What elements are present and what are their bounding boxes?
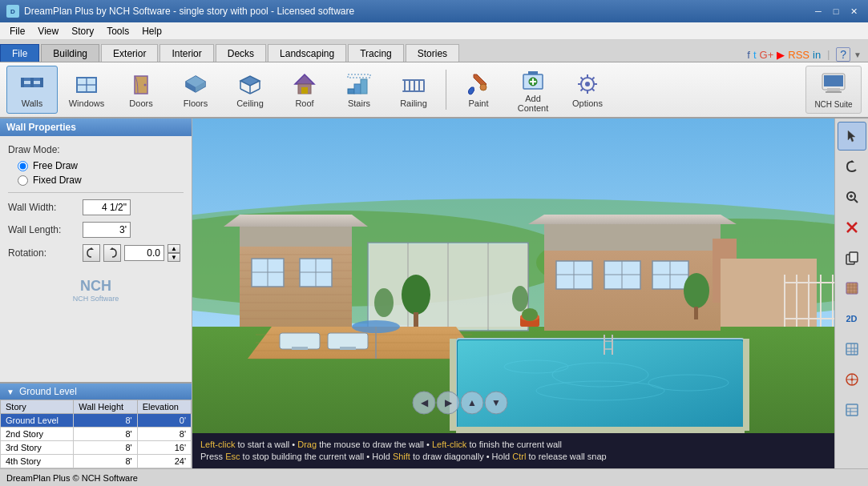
tab-exterior[interactable]: Exterior [101,44,158,62]
2d-view-button[interactable]: 2D [838,304,866,333]
rss-icon[interactable]: RSS [788,49,809,61]
tab-landscaping[interactable]: Landscaping [268,44,346,62]
wall-properties-header: Wall Properties [0,118,192,136]
rotate-view-button[interactable] [838,152,866,181]
svg-rect-164 [846,404,858,416]
story-table-row[interactable]: 2nd Story 8' 8' [1,428,192,441]
facebook-icon[interactable]: f [747,49,750,61]
tool-floors[interactable]: Floors [170,66,221,114]
wall-height-cell: 8' [74,428,137,441]
menu-bar: File View Story Tools Help [0,22,868,40]
twitter-icon[interactable]: t [753,49,757,61]
rotate-ccw-button[interactable] [83,244,100,262]
ceiling-icon [237,71,263,97]
tab-stories[interactable]: Stories [406,44,459,62]
svg-rect-27 [409,81,410,90]
toolbar-separator-1 [446,70,446,110]
texture-tool-button[interactable] [838,274,866,303]
svg-rect-111 [458,340,743,429]
tab-decks[interactable]: Decks [216,44,266,62]
rotation-up-button[interactable]: ▲ [168,244,180,253]
tool-railing[interactable]: Railing [388,66,439,114]
status-line-2: Press Esc to stop building the current w… [200,451,826,463]
svg-rect-91 [721,259,817,327]
tool-windows[interactable]: Windows [61,66,112,114]
shift-text: Shift [393,452,410,461]
tab-building[interactable]: Building [41,44,99,62]
options-icon [575,71,600,97]
ground-level-collapse[interactable]: ▼ [6,388,14,396]
tool-stairs[interactable]: Stairs [333,66,385,114]
copy-tool-button[interactable] [838,243,866,272]
tool-add-content[interactable]: Add Content [507,66,559,114]
fixed-draw-option[interactable]: Fixed Draw [18,175,184,186]
menu-help[interactable]: Help [135,24,168,38]
measure-tool-button[interactable] [838,365,866,394]
maximize-button[interactable]: □ [828,3,844,19]
google-icon[interactable]: G+ [760,49,774,61]
app-title: DreamPlan Plus by NCH Software - single … [24,6,354,17]
linkedin-icon[interactable]: in [813,49,821,61]
nch-suite-label: NCH Suite [814,100,852,109]
story-table-row[interactable]: Ground Level 8' 0' [1,414,192,428]
nch-suite-button[interactable]: NCH Suite [805,66,862,114]
tool-walls[interactable]: Walls [6,66,58,114]
svg-rect-121 [743,339,749,431]
rotation-controls: ▲ ▼ [83,244,180,262]
menu-view[interactable]: View [31,24,65,38]
menu-tools[interactable]: Tools [100,24,135,38]
col-elevation: Elevation [137,400,191,414]
tool-floors-label: Floors [184,98,208,108]
help-icon[interactable]: ? [836,47,850,62]
svg-rect-2 [21,78,24,87]
story-table-row[interactable]: 4th Story 8' 24' [1,455,192,468]
tab-tracing[interactable]: Tracing [348,44,404,62]
svg-rect-125 [414,312,418,327]
tool-options[interactable]: Options [562,66,613,114]
delete-tool-button[interactable] [838,213,866,242]
cursor-tool-button[interactable] [838,122,866,151]
roof-icon [292,71,317,97]
wall-length-input[interactable] [83,222,131,238]
nch-suite-icon [821,70,846,98]
dropdown-icon[interactable]: ▼ [854,50,862,59]
wall-width-input[interactable] [83,199,131,215]
grid-tool-button[interactable] [838,335,866,363]
svg-marker-53 [528,215,737,224]
svg-rect-126 [694,307,698,319]
list-tool-button[interactable] [838,396,866,424]
rotation-input[interactable] [124,245,164,261]
tool-ceiling[interactable]: Ceiling [224,66,276,114]
minimize-button[interactable]: ─ [810,3,826,19]
status-bar-bottom: Left-click to start a wall • Drag the mo… [192,433,834,468]
scene-canvas[interactable]: ◀ ▶ ▲ ▼ [192,118,834,433]
floors-icon [183,71,208,97]
tab-interior[interactable]: Interior [159,44,213,62]
free-draw-radio[interactable] [18,161,28,171]
svg-point-163 [850,379,853,381]
wall-height-cell: 8' [74,414,137,428]
fixed-draw-radio[interactable] [18,175,28,186]
svg-rect-28 [414,81,415,90]
svg-rect-147 [850,252,858,262]
tool-doors[interactable]: Doors [115,66,167,114]
svg-point-13 [144,84,147,86]
rotation-down-button[interactable]: ▼ [168,253,180,262]
svg-point-77 [374,288,394,317]
zoom-tool-button[interactable] [838,183,866,211]
free-draw-option[interactable]: Free Draw [18,160,184,171]
youtube-icon[interactable]: ▶ [777,49,785,61]
svg-rect-20 [301,87,308,94]
rotate-cw-button[interactable] [103,244,121,262]
elevation-cell: 8' [137,428,191,441]
svg-rect-122 [450,339,456,431]
menu-file[interactable]: File [3,24,31,38]
tool-add-content-label: Add Content [511,94,555,113]
tool-roof[interactable]: Roof [279,66,330,114]
menu-story[interactable]: Story [65,24,100,38]
tab-file[interactable]: File [0,44,39,62]
canvas-area[interactable]: ◀ ▶ ▲ ▼ Left-click to start [192,118,834,468]
tool-paint[interactable]: Paint [453,66,504,114]
close-button[interactable]: ✕ [846,3,862,19]
story-table-row[interactable]: 3rd Story 8' 16' [1,441,192,455]
